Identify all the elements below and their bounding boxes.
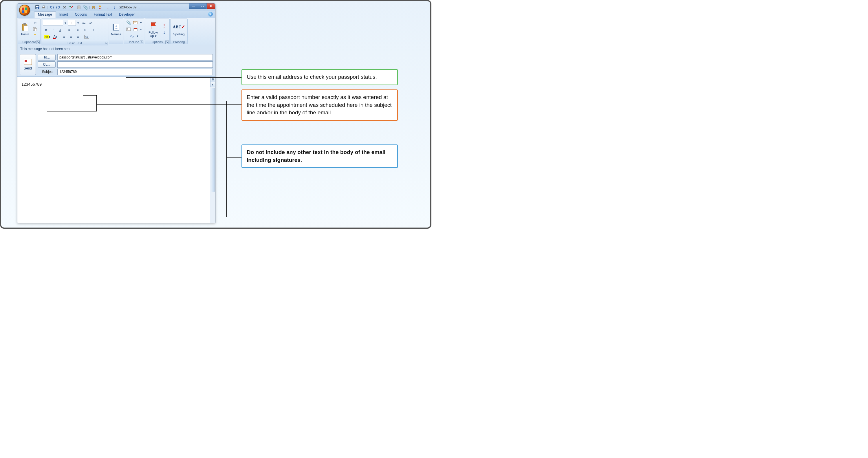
paste-button[interactable]: Paste — [20, 20, 31, 39]
tab-format-text[interactable]: Format Text — [90, 11, 116, 18]
spelling-button[interactable]: ABC✓ Spelling — [172, 20, 186, 39]
window-controls: — ▭ X — [189, 3, 215, 9]
signature-dropdown-icon[interactable]: ▾ — [136, 33, 139, 39]
copy-icon[interactable] — [32, 26, 38, 32]
include-dialog-launcher[interactable]: ⬊ — [140, 40, 143, 44]
send-button[interactable]: Send — [20, 54, 36, 75]
ribbon-group-options: Follow Up ▾ ! ↓ Options⬊ — [145, 19, 170, 44]
office-button[interactable] — [19, 5, 30, 16]
bullets-icon[interactable]: ≡ — [66, 27, 72, 33]
highlight-icon[interactable]: ab▾ — [43, 34, 52, 40]
body-scrollbar[interactable]: ⊞ ▲ ▼ — [210, 77, 215, 223]
ribbon-group-include: 📎 ▾ ▾ ▾ Include⬊ — [124, 19, 144, 44]
format-painter-icon[interactable] — [32, 33, 38, 38]
font-size-selector[interactable]: 11 — [68, 20, 76, 26]
callout-no-other-text: Do not include any other text in the bod… — [242, 145, 398, 168]
message-header: Send To... passportstatus@ustraveldocs.c… — [18, 53, 215, 77]
paperclip-icon[interactable]: 📎 — [82, 4, 89, 10]
print-icon[interactable] — [40, 4, 47, 10]
ribbon-group-clipboard: Paste ✂ Clipboard⬊ — [18, 19, 40, 44]
clipboard-group-label: Clipboard⬊ — [18, 40, 40, 44]
followup-label: Follow Up ▾ — [146, 31, 160, 38]
message-body[interactable]: 123456789 — [18, 77, 210, 223]
numbering-icon[interactable]: ⋮≡ — [73, 27, 79, 33]
scroll-up-icon[interactable]: ▲ — [210, 82, 215, 87]
tab-message[interactable]: Message — [34, 11, 56, 18]
bold-icon[interactable]: B — [43, 27, 49, 33]
align-left-icon[interactable]: ≡ — [61, 34, 67, 40]
scroll-thumb[interactable] — [211, 88, 215, 192]
font-color-icon[interactable]: A▾ — [52, 34, 59, 40]
svg-rect-12 — [34, 34, 36, 35]
underline-icon[interactable]: U — [57, 27, 63, 33]
connector-blue-v — [226, 101, 227, 217]
tab-insert[interactable]: Insert — [56, 11, 71, 18]
names-button[interactable]: Names — [110, 20, 122, 39]
envelope-icon — [24, 59, 32, 65]
attach-dropdown-icon[interactable]: ▾ — [139, 20, 143, 26]
ribbon-group-basic-text: ▾ 11 ▾ A▴ A▾ B I U ≡ ⋮≡ ⇤ — [41, 19, 108, 44]
to-field[interactable]: passportstatus@ustraveldocs.com — [57, 54, 213, 61]
align-right-icon[interactable]: ≡ — [75, 34, 81, 40]
italic-icon[interactable]: I — [50, 27, 56, 33]
options-dialog-launcher[interactable]: ⬊ — [165, 40, 169, 44]
high-importance-icon[interactable]: ! — [105, 4, 111, 10]
undo-icon[interactable] — [49, 4, 55, 10]
svg-rect-8 — [24, 23, 26, 25]
calendar-icon[interactable] — [132, 26, 139, 32]
attach-file-icon[interactable] — [76, 4, 82, 10]
svg-rect-2 — [36, 7, 38, 9]
svg-point-6 — [99, 5, 101, 7]
decrease-indent-icon[interactable]: ⇤ — [82, 27, 89, 33]
cc-field[interactable] — [57, 61, 213, 68]
tab-options[interactable]: Options — [71, 11, 90, 18]
cc-button[interactable]: Cc... — [38, 61, 56, 68]
business-card-icon[interactable] — [125, 26, 132, 32]
connector-blue-top — [215, 101, 226, 101]
flag-icon — [149, 21, 158, 30]
low-importance-icon[interactable]: ↓ — [161, 30, 167, 35]
to-button[interactable]: To... — [38, 54, 56, 61]
permission-icon[interactable] — [97, 4, 103, 10]
svg-point-16 — [116, 26, 117, 27]
basic-text-group-label: Basic Text⬊ — [41, 41, 108, 45]
clipboard-dialog-launcher[interactable]: ⬊ — [36, 40, 40, 44]
attach-file-icon[interactable]: 📎 — [125, 20, 132, 26]
grow-font-icon[interactable]: A▴ — [81, 20, 87, 26]
subject-label: Subject: — [38, 70, 56, 74]
maximize-button[interactable]: ▭ — [198, 3, 207, 9]
svg-rect-11 — [34, 28, 37, 31]
increase-indent-icon[interactable]: ⇥ — [89, 27, 96, 33]
callout-email-address: Use this email address to check your pas… — [242, 69, 398, 85]
spelling-icon: ABC✓ — [174, 23, 184, 32]
attach-item-icon[interactable] — [132, 20, 139, 26]
delete-icon[interactable]: ✕ — [61, 4, 68, 10]
size-dropdown-icon[interactable]: ▾ — [76, 20, 80, 26]
high-importance-icon[interactable]: ! — [161, 23, 167, 29]
close-button[interactable]: X — [207, 3, 215, 9]
help-icon[interactable]: ? — [208, 12, 213, 17]
tab-developer[interactable]: Developer — [116, 11, 138, 18]
align-center-icon[interactable]: ≡ — [68, 34, 74, 40]
save-icon[interactable] — [34, 4, 40, 10]
font-name-selector[interactable] — [43, 20, 63, 26]
followup-button[interactable]: Follow Up ▾ — [146, 20, 160, 39]
redo-icon[interactable] — [55, 4, 61, 10]
ribbon: Paste ✂ Clipboard⬊ ▾ 11 ▾ — [18, 18, 215, 45]
basic-text-dialog-launcher[interactable]: ⬊ — [104, 42, 107, 45]
connector-orange-body — [47, 111, 97, 112]
subject-field[interactable]: 123456789 — [57, 69, 213, 75]
font-dropdown-icon[interactable]: ▾ — [64, 20, 67, 26]
clear-formatting-icon[interactable]: Aa — [83, 34, 90, 40]
cut-icon[interactable]: ✂ — [32, 20, 38, 26]
shrink-font-icon[interactable]: A▾ — [87, 20, 94, 26]
connector-blue-bot — [215, 217, 226, 217]
svg-rect-15 — [113, 24, 114, 30]
spellcheck-icon[interactable]: ᴬᴮ✓ — [68, 4, 74, 10]
book-icon[interactable] — [90, 4, 97, 10]
signature-icon[interactable] — [129, 33, 135, 39]
low-importance-icon[interactable]: ↓ — [111, 4, 118, 10]
minimize-button[interactable]: — — [189, 3, 198, 9]
title-bar: | ✕ ᴬᴮ✓ | 📎 | | ! ↓ » 123456789 ... — ▭ — [18, 3, 215, 11]
calendar-dropdown-icon[interactable]: ▾ — [139, 26, 143, 32]
